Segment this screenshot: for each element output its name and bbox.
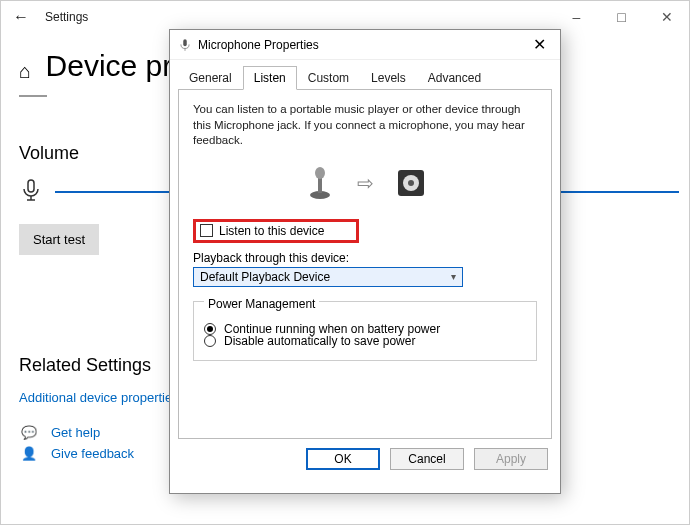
listen-to-device-label: Listen to this device [219, 224, 324, 238]
back-button[interactable]: ← [1, 8, 41, 26]
dialog-close-button[interactable]: ✕ [526, 35, 552, 54]
feedback-icon: 👤 [19, 446, 39, 461]
chevron-down-icon: ▾ [451, 271, 456, 282]
svg-rect-0 [28, 180, 34, 192]
cancel-button[interactable]: Cancel [390, 448, 464, 470]
get-help-link[interactable]: Get help [51, 425, 100, 440]
power-management-legend: Power Management [204, 297, 319, 311]
microphone-icon [19, 178, 43, 206]
listen-description: You can listen to a portable music playe… [193, 102, 537, 149]
start-test-button[interactable]: Start test [19, 224, 99, 255]
dialog-title: Microphone Properties [198, 38, 319, 52]
tab-general[interactable]: General [178, 66, 243, 90]
settings-window-title: Settings [45, 10, 88, 24]
speaker-device-icon [396, 163, 426, 203]
close-button[interactable]: ✕ [644, 1, 689, 33]
tab-advanced[interactable]: Advanced [417, 66, 492, 90]
playback-device-dropdown[interactable]: Default Playback Device ▾ [193, 267, 463, 287]
home-icon[interactable]: ⌂ [19, 60, 31, 83]
arrow-right-icon: ⇨ [357, 171, 374, 195]
microphone-properties-dialog: Microphone Properties ✕ General Listen C… [169, 29, 561, 494]
radio-disable-auto[interactable] [204, 335, 216, 347]
radio-disable-auto-label: Disable automatically to save power [224, 334, 415, 348]
tab-listen[interactable]: Listen [243, 66, 297, 90]
maximize-button[interactable]: □ [599, 1, 644, 33]
apply-button[interactable]: Apply [474, 448, 548, 470]
divider [19, 95, 47, 97]
dialog-microphone-icon [178, 38, 192, 52]
tab-custom[interactable]: Custom [297, 66, 360, 90]
microphone-device-icon [305, 163, 335, 203]
playback-through-label: Playback through this device: [193, 251, 537, 265]
svg-point-7 [315, 167, 325, 179]
svg-point-10 [408, 180, 414, 186]
radio-continue-running[interactable] [204, 323, 216, 335]
listen-to-device-highlight: Listen to this device [193, 219, 359, 243]
ok-button[interactable]: OK [306, 448, 380, 470]
give-feedback-link[interactable]: Give feedback [51, 446, 134, 461]
playback-device-value: Default Playback Device [200, 270, 330, 284]
svg-rect-3 [183, 39, 187, 46]
help-icon: 💬 [19, 425, 39, 440]
tab-levels[interactable]: Levels [360, 66, 417, 90]
listen-to-device-checkbox[interactable] [200, 224, 213, 237]
